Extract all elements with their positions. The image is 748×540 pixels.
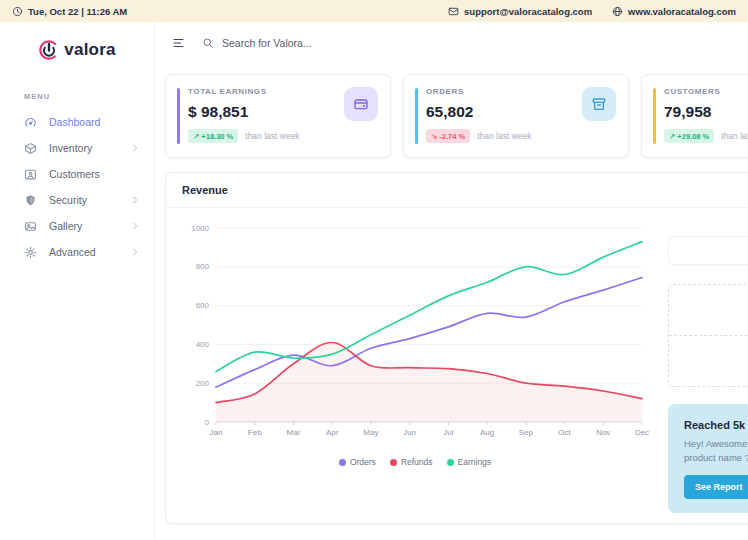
see-report-label: See Report bbox=[695, 482, 743, 492]
chevron-right-icon bbox=[130, 221, 140, 231]
datetime-display: Tue, Oct 22 | 11:26 AM bbox=[12, 6, 127, 17]
sidebar-item-security[interactable]: Security bbox=[0, 187, 154, 213]
mini-stat-label: Orders bbox=[669, 314, 748, 325]
legend-dot bbox=[447, 459, 454, 466]
svg-text:1000: 1000 bbox=[191, 224, 209, 233]
gallery-icon bbox=[24, 220, 37, 233]
mini-stats-box: 65,802Orders2,450Refunds bbox=[668, 284, 748, 387]
svg-text:0: 0 bbox=[205, 418, 210, 427]
legend-item-refunds[interactable]: Refunds bbox=[390, 457, 433, 467]
revenue-card-title: Revenue bbox=[166, 173, 748, 208]
mini-stat-label: Refunds bbox=[669, 365, 748, 376]
svg-text:Dec: Dec bbox=[635, 428, 649, 437]
svg-text:200: 200 bbox=[196, 379, 210, 388]
mini-stat-value: 65,802 bbox=[669, 296, 748, 311]
stat-card-customers: CUSTOMERS79,958↗ +29.08 %than last week bbox=[641, 74, 748, 158]
legend-dot bbox=[339, 459, 346, 466]
stat-card-orders: ORDERS65,802↘ -2.74 %than last week bbox=[403, 74, 629, 158]
gauge-icon bbox=[24, 116, 37, 129]
svg-text:Apr: Apr bbox=[326, 428, 339, 437]
chevron-right-icon bbox=[130, 247, 140, 257]
chevron-right-icon bbox=[130, 143, 140, 153]
box-icon bbox=[24, 142, 37, 155]
valora-logo-icon bbox=[38, 39, 60, 61]
sidebar-item-label: Security bbox=[49, 194, 87, 206]
legend-label: Earnings bbox=[458, 457, 492, 467]
svg-text:Jul: Jul bbox=[443, 428, 453, 437]
svg-text:Sep: Sep bbox=[519, 428, 534, 437]
store-icon bbox=[582, 87, 616, 121]
sidebar-item-customers[interactable]: Customers bbox=[0, 161, 154, 187]
sidebar-item-dashboard[interactable]: Dashboard bbox=[0, 109, 154, 135]
svg-text:Aug: Aug bbox=[480, 428, 494, 437]
svg-text:May: May bbox=[363, 428, 378, 437]
customers-icon bbox=[24, 168, 37, 181]
legend-item-earnings[interactable]: Earnings bbox=[447, 457, 492, 467]
see-report-button[interactable]: See Report → bbox=[684, 475, 748, 499]
website-link[interactable]: www.valoracatalog.com bbox=[612, 6, 736, 17]
wallet-icon bbox=[344, 87, 378, 121]
svg-text:600: 600 bbox=[196, 301, 210, 310]
trend-badge: ↘ -2.74 % bbox=[426, 129, 470, 143]
svg-text:Jan: Jan bbox=[210, 428, 223, 437]
sidebar-item-gallery[interactable]: Gallery bbox=[0, 213, 154, 239]
svg-text:Mar: Mar bbox=[287, 428, 301, 437]
legend-item-orders[interactable]: Orders bbox=[339, 457, 376, 467]
svg-text:400: 400 bbox=[196, 340, 210, 349]
clock-icon bbox=[12, 6, 23, 17]
compare-text: than last week bbox=[245, 131, 299, 141]
milestone-body: Hey! Awesome products! Can I know the pr… bbox=[684, 437, 748, 465]
milestone-card: Reached 5k Customers Hey! Awesome produc… bbox=[668, 404, 748, 513]
svg-text:800: 800 bbox=[196, 262, 210, 271]
chart-period-select[interactable] bbox=[668, 236, 748, 265]
card-accent-bar bbox=[653, 88, 656, 144]
revenue-line-chart: 02004006008001000JanFebMarAprMayJunJulAu… bbox=[176, 214, 654, 452]
stat-card-total-earnings: TOTAL EARNINGS$ 98,851↗ +18.30 %than las… bbox=[165, 74, 391, 158]
sidebar-item-label: Advanced bbox=[49, 246, 96, 258]
shield-icon bbox=[24, 194, 37, 207]
menu-section-label: MENU bbox=[24, 92, 154, 101]
card-accent-bar bbox=[177, 88, 180, 144]
chart-side-panel: 65,802Orders2,450Refunds Reached 5k Cust… bbox=[654, 214, 748, 513]
sidebar-item-advanced[interactable]: Advanced bbox=[0, 239, 154, 265]
stat-value: 79,958 bbox=[664, 103, 748, 121]
sidebar-item-label: Dashboard bbox=[49, 116, 100, 128]
support-email-text: support@valoracatalog.com bbox=[464, 6, 592, 17]
brand-logo[interactable]: valora bbox=[0, 22, 154, 78]
website-text: www.valoracatalog.com bbox=[628, 6, 736, 17]
search-bar bbox=[202, 37, 422, 49]
sidebar-item-label: Gallery bbox=[49, 220, 82, 232]
sidebar-item-label: Inventory bbox=[49, 142, 92, 154]
legend-label: Refunds bbox=[401, 457, 433, 467]
globe-icon bbox=[612, 6, 623, 17]
svg-text:Feb: Feb bbox=[248, 428, 262, 437]
svg-text:Jun: Jun bbox=[403, 428, 416, 437]
sidebar-item-label: Customers bbox=[49, 168, 100, 180]
card-accent-bar bbox=[415, 88, 418, 144]
mail-icon bbox=[448, 6, 459, 17]
legend-label: Orders bbox=[350, 457, 376, 467]
legend-dot bbox=[390, 459, 397, 466]
compare-text: than last week bbox=[721, 131, 748, 141]
main-header bbox=[155, 22, 748, 60]
top-info-bar: Tue, Oct 22 | 11:26 AM support@valoracat… bbox=[0, 0, 748, 22]
brand-name: valora bbox=[64, 40, 115, 60]
svg-text:Oct: Oct bbox=[558, 428, 571, 437]
datetime-text: Tue, Oct 22 | 11:26 AM bbox=[28, 6, 127, 17]
revenue-card: Revenue 02004006008001000JanFebMarAprMay… bbox=[165, 172, 748, 524]
mini-stat-value: 2,450 bbox=[669, 347, 748, 362]
revenue-chart: 02004006008001000JanFebMarAprMayJunJulAu… bbox=[176, 214, 654, 513]
sidebar: valora MENU DashboardInventoryCustomersS… bbox=[0, 22, 155, 540]
hamburger-menu-icon[interactable] bbox=[171, 37, 186, 49]
chevron-right-icon bbox=[130, 195, 140, 205]
search-input[interactable] bbox=[222, 37, 422, 49]
svg-text:Nov: Nov bbox=[596, 428, 610, 437]
sidebar-nav: DashboardInventoryCustomersSecurityGalle… bbox=[0, 109, 154, 265]
stat-cards-row: TOTAL EARNINGS$ 98,851↗ +18.30 %than las… bbox=[165, 74, 748, 158]
main-content: TOTAL EARNINGS$ 98,851↗ +18.30 %than las… bbox=[155, 22, 748, 540]
support-email-link[interactable]: support@valoracatalog.com bbox=[448, 6, 592, 17]
chart-legend: OrdersRefundsEarnings bbox=[176, 457, 654, 467]
sidebar-item-inventory[interactable]: Inventory bbox=[0, 135, 154, 161]
trend-badge: ↗ +29.08 % bbox=[664, 129, 714, 143]
trend-badge: ↗ +18.30 % bbox=[188, 129, 238, 143]
